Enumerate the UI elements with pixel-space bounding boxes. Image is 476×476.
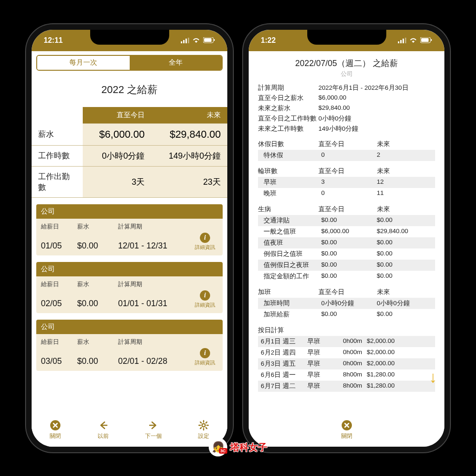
data-row: 加班時間 0小時0分鐘 0小時0分鐘 (258, 298, 435, 309)
wifi-icon (192, 37, 200, 43)
salary-future: $29,840.00 (151, 123, 227, 145)
col-today: 直至今日 (318, 288, 377, 296)
data-row: 指定金額的工作 $0.00 $0.00 (258, 271, 435, 282)
salary-label: 薪水 (77, 222, 114, 231)
detail-content[interactable]: 2022/07/05（週二） 之給薪 公司 計算周期2022年6月1日 - 20… (249, 51, 444, 392)
period-label: 計算周期 (118, 338, 188, 346)
svg-rect-11 (403, 39, 404, 43)
svg-rect-10 (400, 40, 402, 43)
row-future: 11 (377, 189, 433, 198)
row-name: 晚班 (261, 189, 321, 198)
col-future: 未來 (151, 107, 227, 124)
scroll-down-icon[interactable]: ↓ (429, 368, 437, 386)
daily-amount: $2,000.00 (367, 337, 432, 346)
daily-date: 6月7日 週二 (261, 382, 307, 390)
svg-rect-9 (398, 41, 399, 43)
row-name: 交通津貼 (261, 216, 321, 225)
pay-card[interactable]: 公司 給薪日 薪水 計算周期 03/05 $0.00 02/01 - 02/28… (36, 320, 223, 371)
daily-row: 6月2日 週四 早班 0h00m $2,000.00 (258, 347, 435, 358)
pay-card[interactable]: 公司 給薪日 薪水 計算周期 01/05 $0.00 12/01 - 12/31… (36, 204, 223, 255)
row-today: $6,000.00 (321, 228, 377, 236)
daily-duration: 8h00m (333, 382, 367, 390)
data-row: 例假日之值班 $0.00 $0.00 (258, 248, 435, 260)
row-name: 值例假日之夜班 (261, 261, 321, 269)
data-row: 特休假 0 2 (258, 150, 435, 161)
kv-hours-future: 149小時0分鐘 (318, 125, 435, 133)
col-today: 直至今日 (318, 205, 377, 214)
card-company: 公司 (36, 320, 223, 334)
segment-monthly[interactable]: 每月一次 (37, 56, 130, 70)
close-button[interactable]: 關閉 (341, 419, 353, 440)
col-future: 未來 (377, 140, 436, 148)
daily-duration: 8h00m (333, 371, 367, 379)
watermark-badge: 3C (219, 448, 227, 454)
battery-icon (420, 37, 432, 43)
detail-label: 詳細資訊 (195, 244, 215, 251)
data-row: 加班給薪 $0.00 $0.00 (258, 309, 435, 320)
kv-salary-future: $29,840.00 (318, 104, 435, 113)
detail-title: 2022/07/05（週二） 之給薪 (258, 58, 435, 69)
close-label: 關閉 (50, 432, 61, 440)
settings-button[interactable]: 設定 (198, 419, 210, 440)
row-future: 12 (377, 178, 433, 187)
period-value: 12/01 - 12/31 (118, 241, 188, 251)
page-title: 2022 之給薪 (32, 83, 227, 97)
info-icon: i (200, 233, 210, 243)
payday-label: 給薪日 (41, 280, 73, 288)
row-today: 0小時0分鐘 (321, 299, 377, 308)
kv-salary-today: $6,000.00 (318, 94, 435, 102)
section-sick: 生病 直至今日 未來 交通津貼 $0.00 $0.00 一般之值班 $6,000… (258, 204, 435, 282)
section-title: 按日計算 (258, 325, 435, 336)
section-overtime: 加班 直至今日 未來 加班時間 0小時0分鐘 0小時0分鐘 加班給薪 $0.00… (258, 287, 435, 320)
settings-label: 設定 (198, 432, 209, 440)
close-button[interactable]: 關閉 (49, 419, 61, 440)
daily-date: 6月1日 週三 (261, 337, 307, 346)
payday-label: 給薪日 (41, 222, 73, 231)
data-row: 交通津貼 $0.00 $0.00 (258, 215, 435, 226)
pay-card[interactable]: 公司 給薪日 薪水 計算周期 02/05 $0.00 01/01 - 01/31… (36, 262, 223, 313)
detail-button[interactable]: i 詳細資訊 (192, 348, 218, 366)
row-today: 0 (321, 189, 377, 198)
segment-yearly[interactable]: 全年 (130, 56, 222, 70)
salary-value: $0.00 (77, 241, 114, 251)
detail-button[interactable]: i 詳細資訊 (192, 233, 218, 251)
kv-salary-today-label: 直至今日之薪水 (258, 94, 318, 102)
row-salary-label: 薪水 (32, 123, 83, 145)
row-name: 早班 (261, 178, 321, 187)
section-title: 輪班數 (258, 167, 318, 175)
svg-point-8 (202, 423, 205, 427)
phone-right: 1:22 2022/07/05（週二） 之給薪 公司 計算周期2022年6月1日… (243, 24, 450, 452)
next-label: 下一個 (145, 432, 162, 440)
detail-subtitle: 公司 (258, 70, 435, 78)
col-today: 直至今日 (318, 140, 377, 148)
row-hours-label: 工作時數 (32, 145, 83, 166)
info-icon: i (200, 348, 210, 358)
col-today: 直至今日 (83, 107, 151, 124)
status-time: 1:22 (261, 36, 276, 45)
daily-date: 6月2日 週四 (261, 349, 307, 357)
row-future: $0.00 (377, 272, 433, 281)
summary-table: 直至今日 未來 薪水 $6,000.00 $29,840.00 工作時數 0小時… (32, 107, 227, 198)
signal-icon (398, 38, 406, 43)
data-row: 值夜班 $0.00 $0.00 (258, 237, 435, 248)
row-name: 指定金額的工作 (261, 272, 321, 281)
section-title: 休假日數 (258, 140, 318, 148)
row-today: $0.00 (321, 261, 377, 269)
close-icon (341, 419, 353, 431)
arrow-right-icon (147, 419, 159, 431)
phone-left: 12:11 每月一次 全年 2022 之給薪 直至今日 未來 (26, 24, 233, 452)
row-future: $0.00 (377, 250, 433, 258)
notch (307, 30, 386, 45)
status-time: 12:11 (44, 36, 63, 45)
svg-rect-15 (431, 39, 432, 41)
prev-button[interactable]: 以前 (97, 419, 109, 440)
next-button[interactable]: 下一個 (145, 419, 162, 440)
daily-row: 6月3日 週五 早班 0h00m $2,000.00 (258, 358, 435, 369)
daily-date: 6月6日 週一 (261, 371, 307, 379)
row-name: 值夜班 (261, 239, 321, 247)
signal-icon (181, 38, 189, 43)
status-icons (181, 37, 215, 43)
section-title: 加班 (258, 288, 318, 296)
data-row: 晚班 0 11 (258, 188, 435, 199)
detail-button[interactable]: i 詳細資訊 (192, 290, 218, 308)
